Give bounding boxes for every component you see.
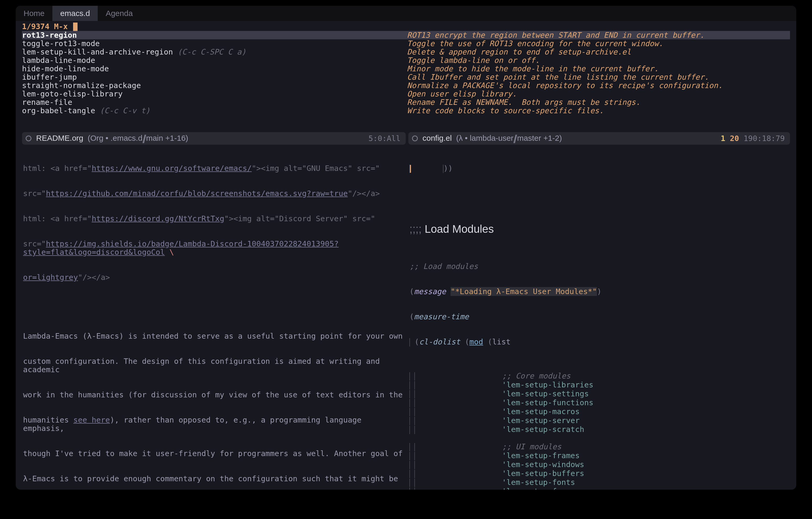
module-line: 'lem-setup-fonts [409, 478, 789, 487]
code-line: (cl-dolist (mod (list [409, 337, 789, 347]
mx-candidate-description: ROT13 encrypt the region between START a… [407, 31, 790, 39]
cursor-icon [73, 23, 78, 31]
mx-candidate[interactable]: rot13-regionROT13 encrypt the region bet… [22, 31, 790, 39]
mx-candidate-command: lem-setup-kill-and-archive-region [22, 48, 173, 56]
buffer-status-icon [26, 136, 31, 141]
mx-candidate[interactable]: straight-normalize-packageNormalize a PA… [22, 81, 790, 90]
html-export-line: html: <a href="https://www.gnu.org/softw… [23, 164, 405, 172]
buffer-status-icon [412, 136, 418, 141]
mx-candidate-description: Write code blocks to source-specific fil… [407, 106, 790, 115]
mx-candidate-command: org-babel-tangle [22, 106, 95, 115]
mx-candidate-description: Toggle lambda-line on or off. [407, 56, 790, 64]
mx-candidate[interactable]: lambda-line-modeToggle lambda-line on or… [22, 56, 790, 64]
right-buffer[interactable]: )) ;;;; Load Modules ;; Load modules (me… [408, 147, 790, 490]
tab-agenda[interactable]: Agenda [98, 6, 140, 21]
mx-candidate-keybinding: (C-c C-v t) [95, 106, 150, 115]
mx-candidate[interactable]: hide-mode-line-modeMinor mode to hide th… [22, 64, 790, 73]
mx-completion: 1/9374 M-x rot13-regionROT13 encrypt the… [16, 21, 796, 115]
html-export-line: or=lightgrey"/></a> [23, 273, 405, 281]
html-export-line: src="https://github.com/minad/corfu/blob… [23, 189, 405, 198]
mx-candidate-command: toggle-rot13-mode [22, 39, 100, 48]
mx-candidate-command: lambda-line-mode [22, 56, 95, 64]
mx-candidate-command: rename-file [22, 98, 72, 106]
mx-candidate-command: hide-mode-line-mode [22, 64, 109, 73]
mx-candidate-description: Normalize a PACKAGE's local repository t… [407, 81, 790, 90]
code-line: )) [409, 164, 789, 173]
module-line: 'lem-setup-macros [409, 407, 789, 416]
right-modeline-position: 1 20 190:18:79 [721, 134, 785, 143]
mx-candidate-command: ibuffer-jump [22, 73, 77, 81]
module-line: 'lem-setup-libraries [409, 381, 789, 389]
paragraph-line: work in the humanities (for discussion o… [23, 390, 405, 399]
mx-candidate[interactable]: lem-goto-elisp-libraryOpen user elisp li… [22, 90, 790, 98]
paragraph-line: though I've tried to make it user-friend… [23, 449, 405, 458]
right-pane: config.el (λ • lambda-usermaster +1-2) 1… [408, 132, 790, 490]
module-line: 'lem-setup-buffers [409, 469, 789, 478]
html-export-line: html: <a href="https://discord.gg/NtYcrR… [23, 214, 405, 223]
code-line: (measure-time [409, 312, 789, 321]
paragraph-line: Lambda-Emacs (λ-Emacs) is intended to se… [23, 332, 405, 340]
mx-candidate[interactable]: rename-fileRename FILE as NEWNAME. Both … [22, 98, 790, 106]
module-line: 'lem-setup-functions [409, 399, 789, 407]
mx-candidate-keybinding: (C-c C-SPC C a) [173, 48, 246, 56]
vc-icon [143, 135, 146, 143]
mx-candidate-command: straight-normalize-package [22, 81, 141, 90]
section-heading: ;;;; Load Modules [409, 225, 789, 233]
module-line: 'lem-setup-server [409, 416, 789, 425]
paragraph-line: λ-Emacs is to provide enough commentary … [23, 474, 405, 483]
left-modeline-position: 5:0:All [369, 134, 401, 143]
mx-prompt: 1/9374 M-x [22, 22, 72, 31]
mx-candidate-command: lem-goto-elisp-library [22, 90, 123, 98]
comment-line: ;; Load modules [409, 262, 789, 271]
vc-icon [513, 135, 517, 143]
mx-candidate[interactable]: org-babel-tangle (C-c C-v t)Write code b… [22, 106, 790, 115]
comment-line: ;; Core modules [409, 372, 789, 381]
right-modeline-text: config.el (λ • lambda-usermaster +1-2) [423, 134, 562, 143]
left-pane: README.org (Org • .emacs.dmain +1-16) 5:… [22, 132, 406, 490]
mx-candidate-description: Delete & append region to end of setup-a… [407, 48, 790, 56]
link-see-here[interactable]: see here [73, 415, 110, 425]
left-modeline[interactable]: README.org (Org • .emacs.dmain +1-16) 5:… [22, 132, 406, 145]
left-modeline-text: README.org (Org • .emacs.dmain +1-16) [36, 134, 188, 143]
right-modeline[interactable]: config.el (λ • lambda-usermaster +1-2) 1… [408, 132, 790, 145]
mx-prompt-line[interactable]: 1/9374 M-x [22, 22, 790, 31]
paragraph-line: custom configuration. The design of this… [23, 357, 405, 374]
tab-bar: Home emacs.d Agenda [16, 6, 796, 21]
emacs-frame: Home emacs.d Agenda 1/9374 M-x rot13-reg… [16, 6, 796, 490]
mx-candidate-description: Minor mode to hide the mode-line in the … [407, 64, 790, 73]
comment-line: ;; UI modules [409, 442, 789, 452]
module-line: 'lem-setup-faces [409, 487, 789, 490]
module-line: 'lem-setup-settings [409, 389, 789, 399]
mx-candidate-description: Toggle the use of ROT13 encoding for the… [407, 39, 790, 48]
tab-emacs-d[interactable]: emacs.d [52, 6, 98, 21]
code-line: (message "*Loading λ-Emacs User Modules*… [409, 287, 789, 296]
mx-candidate[interactable]: lem-setup-kill-and-archive-region (C-c C… [22, 48, 790, 56]
mx-candidate[interactable]: toggle-rot13-modeToggle the use of ROT13… [22, 39, 790, 48]
mx-candidate-description: Open user elisp library. [407, 90, 790, 98]
module-line: 'lem-setup-scratch [409, 425, 789, 434]
mx-candidate[interactable]: ibuffer-jumpCall Ibuffer and set point a… [22, 73, 790, 81]
mx-candidate-description: Call Ibuffer and set point at the line l… [407, 73, 790, 81]
left-buffer[interactable]: html: <a href="https://www.gnu.org/softw… [22, 147, 406, 490]
module-line: 'lem-setup-windows [409, 460, 789, 469]
mx-candidate-description: Rename FILE as NEWNAME. Both args must b… [407, 98, 790, 106]
mx-candidate-command: rot13-region [22, 31, 77, 39]
tab-home[interactable]: Home [16, 6, 52, 21]
paragraph-line: humanities see here), rather than oppose… [23, 416, 405, 433]
module-line: 'lem-setup-frames [409, 452, 789, 460]
html-export-line: src="https://img.shields.io/badge/Lambda… [23, 240, 405, 256]
